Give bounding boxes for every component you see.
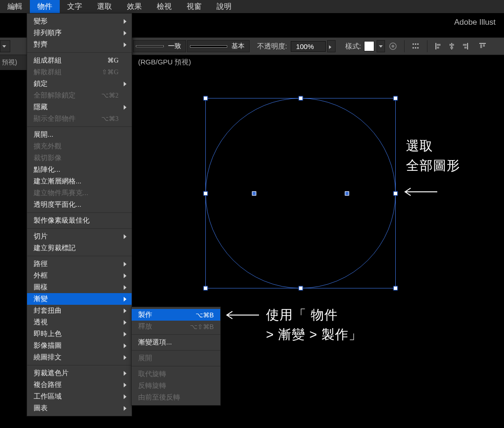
svg-rect-9 [437,44,441,46]
menu-separator [27,228,132,229]
brush-dropdown[interactable]: 基本 [187,40,250,52]
align-top-icon[interactable] [477,41,488,52]
menu-item[interactable]: 排列順序 [27,27,132,39]
menu-item: 全部解除鎖定⌥⌘2 [27,90,132,101]
doc-tab-stub[interactable]: 預視) [0,54,28,70]
annotation-use: 使用「 物件 > 漸變 > 製作」 [266,305,362,344]
svg-rect-7 [417,47,419,49]
stroke-profile-dropdown[interactable]: 一致 [133,40,186,52]
svg-point-1 [392,45,394,48]
menu-separator [27,126,132,127]
svg-rect-6 [415,47,416,49]
align-right-icon[interactable] [459,41,470,52]
style-label: 樣式: [345,42,361,51]
menu-item[interactable]: 組成群組⌘G [27,55,132,66]
svg-rect-13 [450,47,453,49]
menu-item[interactable]: 工作區域 [27,391,132,402]
menu-separator [27,212,132,213]
menu-separator [27,365,132,365]
object-menu: 變形排列順序對齊組成群組⌘G解散群組⇧⌘G鎖定全部解除鎖定⌥⌘2隱藏顯示全部物件… [27,13,132,416]
menu-item: 顯示全部物件⌥⌘3 [27,113,132,125]
menu-type[interactable]: 文字 [60,0,90,13]
menu-item[interactable]: 剪裁遮色片 [27,367,132,379]
menu-item[interactable]: 即時上色 [27,328,132,340]
svg-rect-19 [483,44,485,47]
svg-rect-8 [435,43,436,49]
svg-rect-18 [480,44,482,48]
menu-view[interactable]: 檢視 [149,0,179,13]
menubar: 編輯 物件 文字 選取 效果 檢視 視窗 說明 [0,0,504,13]
separator [427,40,427,52]
ellipse-path[interactable] [205,98,396,288]
svg-rect-5 [413,47,414,49]
app-brand: Adobe Illust [454,18,496,27]
menu-item: 裁切影像 [27,152,132,164]
doc-tab-suffix[interactable]: (RGB/GPU 預視) [132,58,197,67]
recolor-icon[interactable] [387,41,399,52]
svg-rect-4 [417,43,419,45]
menu-separator [27,256,132,256]
blend-submenu: 製作⌥⌘B釋放⌥⇧⌘B漸變選項...展開取代旋轉反轉旋轉由前至後反轉 [131,307,221,406]
opacity-label: 不透明度: [257,42,287,51]
menu-item[interactable]: 圖表 [27,402,132,414]
style-swatch[interactable] [364,41,374,51]
arrow-icon [224,308,261,322]
menu-item[interactable]: 複合路徑 [27,379,132,391]
align-hcenter-icon[interactable] [446,41,457,52]
submenu-item: 反轉旋轉 [132,380,220,392]
menu-window[interactable]: 視窗 [179,0,209,13]
arrow-icon [402,185,440,199]
menu-item[interactable]: 封套扭曲 [27,305,132,316]
menu-item[interactable]: 外框 [27,270,132,281]
svg-rect-2 [413,43,414,45]
menu-select[interactable]: 選取 [90,0,119,13]
menu-item[interactable]: 漸變 [27,293,132,305]
submenu-item[interactable]: 製作⌥⌘B [132,309,220,321]
svg-rect-3 [415,43,416,45]
align-panel-icon[interactable] [410,41,421,52]
menu-item[interactable]: 變形 [27,15,132,27]
menu-help[interactable]: 說明 [209,0,239,13]
separator [404,40,405,52]
submenu-item: 釋放⌥⇧⌘B [132,321,220,332]
menu-item[interactable]: 繞圖排文 [27,351,132,363]
submenu-item: 由前至後反轉 [132,392,220,403]
submenu-item: 展開 [132,352,220,364]
menu-item[interactable]: 點陣化... [27,164,132,175]
svg-rect-10 [437,47,439,49]
svg-rect-17 [479,43,486,44]
menu-edit[interactable]: 編輯 [0,0,30,13]
selection-bounding-box[interactable] [205,98,396,288]
menu-effect[interactable]: 效果 [119,0,149,13]
menu-separator [27,52,132,53]
menu-item: 建立物件馬賽克... [27,187,132,199]
submenu-item[interactable]: 漸變選項... [132,337,220,348]
menu-item[interactable]: 展開... [27,129,132,140]
menu-separator [132,334,220,335]
control-dropdown[interactable] [0,40,10,52]
opacity-dropdown[interactable] [327,40,336,52]
menu-item[interactable]: 透視 [27,316,132,328]
submenu-item: 取代旋轉 [132,368,220,380]
menu-item[interactable]: 建立漸層網格... [27,175,132,187]
menu-item[interactable]: 切片 [27,231,132,242]
menu-item[interactable]: 製作像素級最佳化 [27,215,132,226]
annotation-select: 選取 全部圖形 [406,136,460,175]
menu-item[interactable]: 圖樣 [27,281,132,293]
menu-item[interactable]: 影像描圖 [27,340,132,351]
menu-separator [132,366,220,366]
menu-item[interactable]: 建立剪裁標記 [27,242,132,254]
align-left-icon[interactable] [433,41,444,52]
menu-item[interactable]: 鎖定 [27,78,132,90]
svg-rect-15 [463,44,467,46]
menu-object[interactable]: 物件 [30,0,60,13]
menu-item[interactable]: 透明度平面化... [27,199,132,210]
style-dropdown[interactable] [377,40,385,52]
menu-item[interactable]: 隱藏 [27,101,132,113]
svg-rect-16 [464,47,467,49]
menu-separator [132,350,220,351]
menu-item[interactable]: 路徑 [27,258,132,270]
opacity-field[interactable]: 100% [291,41,325,52]
svg-rect-14 [467,43,468,49]
menu-item[interactable]: 對齊 [27,39,132,50]
